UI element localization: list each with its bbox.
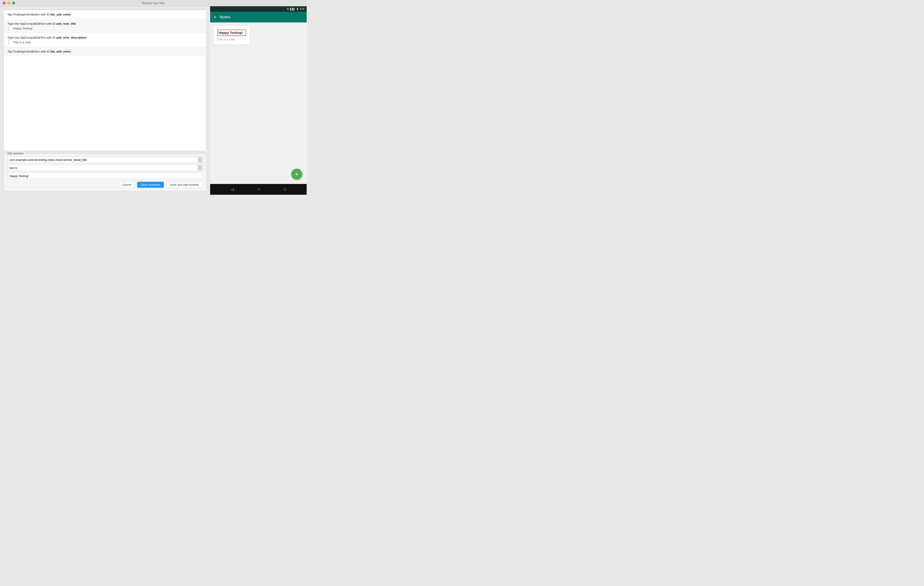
note-card[interactable]: Happy Testing! This is a note. (214, 26, 250, 44)
cancel-button[interactable]: Cancel (118, 182, 135, 188)
note-description: This is a note. (217, 38, 246, 41)
window-title: Record Your Test (142, 2, 165, 5)
step-indent-value: This is a note. (8, 40, 203, 44)
step-id: add_note_description (56, 36, 87, 39)
table-row: Type into AppCompatEditText with ID add_… (4, 19, 206, 33)
toolbar-title: Notes (220, 15, 230, 20)
step-id: fab_add_notes (51, 50, 71, 53)
selector-select[interactable]: com.example.android.testing.notes.mock:i… (7, 156, 203, 163)
statusbar-icons: 3G ▌▌▌ 🔋 3:58 (287, 8, 304, 10)
test-steps-container: Tap FloatingActionButton with ID fab_add… (3, 10, 206, 151)
step-indent-value: Happy Testing! (8, 26, 203, 31)
signal-bars-icon: ▌▌▌ (290, 8, 295, 10)
table-row: Type into AppCompatEditText with ID add_… (4, 33, 206, 47)
condition-field: text is ▲ ▼ (7, 165, 203, 171)
android-navbar: ◁ ○ □ (210, 184, 307, 195)
note-title: Happy Testing! (217, 30, 246, 36)
fab-add-button[interactable]: + (291, 169, 302, 179)
signal-icon: 3G (287, 8, 289, 10)
table-row: Tap FloatingActionButton with ID fab_add… (4, 47, 206, 56)
back-nav-button[interactable]: ◁ (231, 187, 234, 192)
android-content: Happy Testing! This is a note. + (210, 22, 307, 184)
step-id: fab_add_notes (51, 13, 71, 16)
table-row: Tap FloatingActionButton with ID fab_add… (4, 10, 206, 19)
step-id: add_note_title (56, 22, 76, 25)
save-assertion-button[interactable]: Save Assertion (137, 182, 164, 188)
clock-display: 3:58 (300, 8, 304, 10)
step-text: Tap FloatingActionButton with ID fab_add… (7, 13, 71, 16)
assertion-value-input[interactable] (7, 173, 203, 179)
left-panel: Tap FloatingActionButton with ID fab_add… (0, 6, 210, 195)
condition-wrapper: text is ▲ ▼ (7, 165, 203, 171)
hamburger-menu-icon[interactable]: ≡ (214, 15, 216, 20)
battery-icon: 🔋 (296, 8, 299, 10)
recent-nav-button[interactable]: □ (284, 187, 286, 191)
android-statusbar: 3G ▌▌▌ 🔋 3:58 (210, 6, 307, 12)
save-and-add-button[interactable]: Save and Add Another (166, 182, 203, 188)
titlebar: Record Your Test (0, 0, 307, 6)
assertion-buttons: Cancel Save Assertion Save and Add Anoth… (7, 182, 203, 188)
android-toolbar: ≡ Notes (210, 12, 307, 22)
edit-assertion-legend: Edit assertion (7, 152, 25, 155)
selector-wrapper: com.example.android.testing.notes.mock:i… (7, 156, 203, 163)
condition-select[interactable]: text is (7, 165, 203, 171)
window-controls (3, 2, 15, 5)
main-area: Tap FloatingActionButton with ID fab_add… (0, 6, 307, 195)
step-text: Tap FloatingActionButton with ID fab_add… (7, 50, 71, 53)
minimize-button[interactable] (7, 2, 10, 5)
close-button[interactable] (3, 2, 6, 5)
android-device-panel: 3G ▌▌▌ 🔋 3:58 ≡ Notes Happy Testing! Thi… (210, 6, 307, 195)
step-text: Type into AppCompatEditText with ID add_… (7, 36, 87, 39)
edit-assertion-panel: Edit assertion com.example.android.testi… (3, 154, 206, 191)
step-text: Type into AppCompatEditText with ID add_… (7, 22, 76, 25)
value-field (7, 173, 203, 179)
maximize-button[interactable] (12, 2, 15, 5)
home-nav-button[interactable]: ○ (257, 187, 260, 191)
selector-field: com.example.android.testing.notes.mock:i… (7, 156, 203, 163)
